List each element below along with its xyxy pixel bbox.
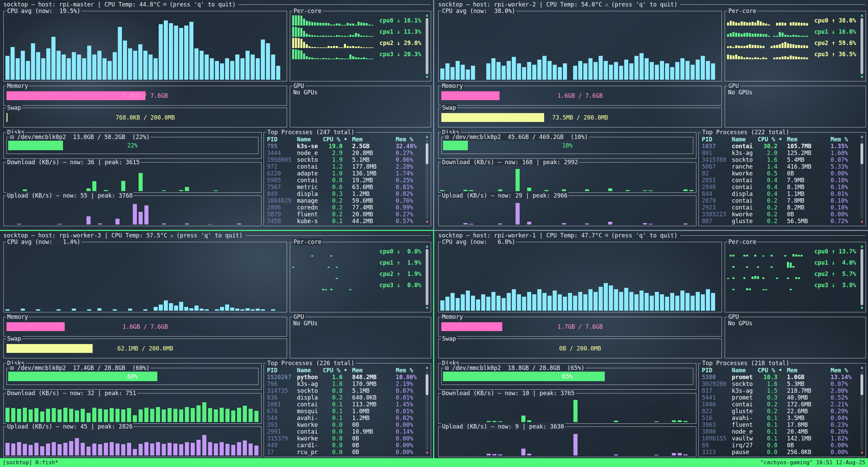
scroll-down-icon[interactable]: ▼ — [426, 75, 428, 79]
chart-bar — [643, 190, 647, 191]
scrollbar-track[interactable] — [861, 370, 863, 450]
process-mem-percent: 0.81% — [396, 184, 422, 190]
chart-bar — [133, 415, 137, 422]
scrollbar-thumb[interactable] — [861, 374, 863, 395]
process-scrollbar[interactable]: ▲ ▼ — [859, 365, 865, 455]
pane-divider-horizontal-left-active[interactable] — [0, 230, 433, 231]
header-mem[interactable]: Mem — [787, 367, 831, 374]
header-pid[interactable]: PID — [267, 367, 297, 374]
header-mem[interactable]: Mem — [787, 136, 831, 143]
chart-bar — [322, 58, 324, 59]
scroll-up-icon[interactable]: ▲ — [426, 13, 428, 17]
chart-bar — [502, 298, 506, 311]
chart-bar — [205, 55, 209, 80]
scroll-up-icon[interactable]: ▲ — [426, 365, 428, 370]
chart-bar — [782, 33, 784, 37]
header-cpu[interactable]: CPU % • — [758, 367, 787, 374]
header-mem-percent[interactable]: Mem % — [396, 136, 422, 143]
scroll-down-icon[interactable]: ▼ — [861, 306, 863, 310]
scrollbar-thumb[interactable] — [861, 18, 863, 74]
header-name[interactable]: Name — [297, 367, 323, 374]
socktop-pane[interactable]: socktop — host: rpi-worker-3 | CPU Temp:… — [0, 231, 432, 461]
scrollbar-thumb[interactable] — [426, 18, 428, 74]
window-item-fish[interactable]: 0:fish* — [35, 459, 58, 466]
pane-divider-vertical-top[interactable] — [433, 0, 434, 231]
scroll-down-icon[interactable]: ▼ — [426, 451, 428, 455]
pane-divider-vertical-bottom-active[interactable] — [433, 231, 434, 458]
per-core-scrollbar[interactable]: ▲ ▼ — [859, 13, 865, 79]
process-mem-percent: 0.27% — [396, 150, 422, 156]
scroll-up-icon[interactable]: ▲ — [861, 13, 863, 17]
per-core-scrollbar[interactable]: ▲ ▼ — [424, 13, 430, 79]
chart-bar — [17, 409, 21, 422]
scroll-down-icon[interactable]: ▼ — [861, 75, 863, 79]
process-pid: 1520267 — [267, 374, 297, 380]
pane-divider-horizontal-right[interactable] — [434, 230, 868, 231]
chart-bar — [261, 309, 265, 311]
header-name[interactable]: Name — [297, 136, 323, 143]
header-cpu[interactable]: CPU % • — [323, 136, 352, 143]
chart-bar — [366, 36, 368, 36]
scroll-up-icon[interactable]: ▲ — [426, 244, 428, 248]
process-row: 674 mosqui 0.1 1.0MB 0.01% — [267, 408, 422, 415]
scrollbar-thumb[interactable] — [861, 143, 863, 164]
process-name: adapte — [297, 170, 323, 177]
header-cpu[interactable]: CPU % • — [323, 367, 352, 374]
header-cpu[interactable]: CPU % • — [758, 136, 787, 143]
process-table-header[interactable]: PID Name CPU % • Mem Mem % — [267, 367, 422, 374]
scrollbar-thumb[interactable] — [861, 249, 863, 305]
tmux-session: socktop — host: rpi-master | CPU Temp: 4… — [0, 0, 868, 467]
header-name[interactable]: Name — [732, 136, 758, 143]
process-row: 5879 fluent 0.2 20.8MB 0.27% — [267, 211, 422, 218]
scroll-up-icon[interactable]: ▲ — [861, 365, 863, 370]
scroll-down-icon[interactable]: ▼ — [426, 220, 428, 224]
socktop-pane[interactable]: socktop — host: rpi-master | CPU Temp: 4… — [0, 0, 432, 230]
process-table-header[interactable]: PID Name CPU % • Mem Mem % — [702, 136, 857, 143]
header-mem[interactable]: Mem — [352, 136, 396, 143]
header-pid[interactable]: PID — [702, 136, 732, 143]
header-pid[interactable]: PID — [267, 136, 297, 143]
scroll-down-icon[interactable]: ▼ — [861, 451, 863, 455]
scroll-down-icon[interactable]: ▼ — [426, 306, 428, 310]
scrollbar-track[interactable] — [426, 370, 428, 450]
scroll-up-icon[interactable]: ▲ — [861, 244, 863, 248]
header-mem-percent[interactable]: Mem % — [831, 367, 857, 374]
process-scrollbar[interactable]: ▲ ▼ — [424, 134, 430, 224]
chart-bar — [553, 65, 557, 80]
chart-bar — [143, 51, 147, 80]
chart-bar — [665, 297, 669, 311]
per-core-scrollbar[interactable]: ▲ ▼ — [424, 244, 430, 310]
process-table-header[interactable]: PID Name CPU % • Mem Mem % — [702, 367, 857, 374]
header-pid[interactable]: PID — [702, 367, 732, 374]
header-mem-percent[interactable]: Mem % — [396, 367, 422, 374]
process-cpu: 0.6 — [323, 184, 352, 190]
scrollbar-track[interactable] — [861, 139, 863, 219]
chart-bar — [347, 23, 349, 25]
socktop-pane[interactable]: socktop — host: rpi-worker-2 | CPU Temp:… — [435, 0, 867, 230]
header-mem-percent[interactable]: Mem % — [831, 136, 857, 143]
header-mem[interactable]: Mem — [352, 367, 396, 374]
chart-bar — [256, 58, 260, 80]
scroll-up-icon[interactable]: ▲ — [426, 134, 428, 139]
process-scrollbar[interactable]: ▲ ▼ — [859, 134, 865, 224]
per-core-row: cpu2 ↓ 29.0% — [292, 37, 421, 48]
per-core-scrollbar[interactable]: ▲ ▼ — [859, 244, 865, 310]
scrollbar-thumb[interactable] — [426, 143, 428, 164]
chart-bar — [795, 254, 797, 256]
gpu-label: GPU — [293, 313, 305, 320]
header-name[interactable]: Name — [732, 367, 758, 374]
process-cpu: 0.1 — [758, 415, 787, 421]
scrollbar-track[interactable] — [426, 139, 428, 219]
scroll-down-icon[interactable]: ▼ — [861, 220, 863, 224]
chart-bar — [196, 405, 201, 422]
scrollbar-thumb[interactable] — [426, 249, 428, 305]
scroll-up-icon[interactable]: ▲ — [861, 134, 863, 139]
process-mem-percent: 0.01% — [396, 394, 422, 401]
process-mem-percent: 0.52% — [831, 394, 857, 401]
socktop-pane[interactable]: socktop — host: rpi-worker-1 | CPU Temp:… — [435, 231, 867, 461]
process-row: 516 avahi- 0.1 3.5MB 0.04% — [702, 415, 857, 421]
chart-bar — [189, 308, 193, 311]
process-scrollbar[interactable]: ▲ ▼ — [424, 365, 430, 455]
process-table-header[interactable]: PID Name CPU % • Mem Mem % — [267, 136, 422, 143]
scrollbar-thumb[interactable] — [426, 374, 428, 395]
